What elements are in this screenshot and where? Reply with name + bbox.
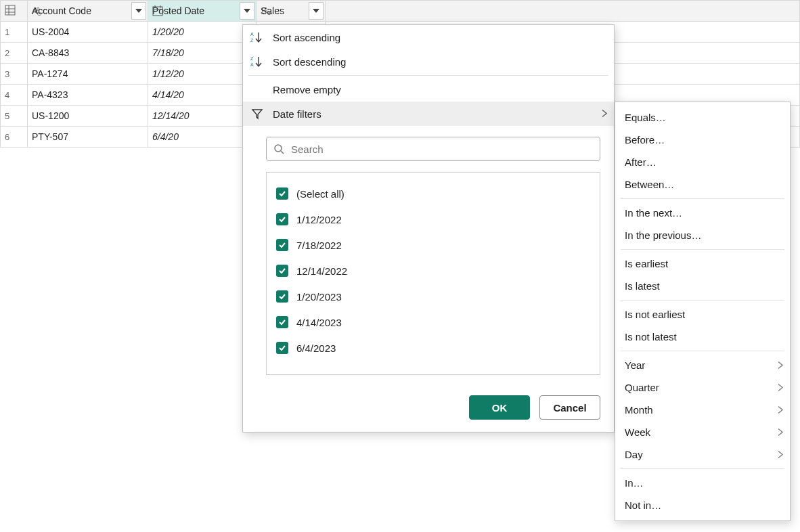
svg-rect-7 bbox=[153, 7, 162, 16]
chevron-down-icon bbox=[244, 9, 250, 13]
filter-check-item[interactable]: 7/18/2022 bbox=[276, 232, 590, 258]
row-number[interactable]: 3 bbox=[1, 64, 28, 85]
chevron-right-icon bbox=[778, 359, 783, 371]
cell-account[interactable]: US-2004 bbox=[28, 22, 148, 43]
row-number[interactable]: 5 bbox=[1, 106, 28, 127]
filter-value-label: 1/20/2023 bbox=[296, 291, 342, 303]
search-icon bbox=[273, 143, 284, 154]
date-filters-item[interactable]: Date filters bbox=[243, 102, 614, 126]
date-type-icon bbox=[152, 5, 164, 16]
filter-value-label: 12/14/2022 bbox=[296, 265, 347, 277]
menu-separator bbox=[621, 198, 784, 199]
filter-check-item[interactable]: 12/14/2022 bbox=[276, 258, 590, 284]
menu-label: Sort ascending bbox=[273, 32, 340, 43]
date-filter-in[interactable]: In… bbox=[615, 472, 790, 494]
column-header-account[interactable]: ABC Account Code bbox=[28, 1, 148, 22]
row-number[interactable]: 1 bbox=[1, 22, 28, 43]
checkbox-checked-icon bbox=[276, 213, 288, 225]
cell-account[interactable]: CA-8843 bbox=[28, 43, 148, 64]
date-filter-month[interactable]: Month bbox=[615, 399, 790, 421]
cancel-button[interactable]: Cancel bbox=[539, 395, 600, 420]
date-filter-is-latest[interactable]: Is latest bbox=[615, 275, 790, 297]
column-header-sales[interactable]: 123 Sales bbox=[257, 1, 326, 22]
date-filter-year[interactable]: Year bbox=[615, 354, 790, 376]
svg-text:Z: Z bbox=[250, 38, 254, 43]
filter-check-item[interactable]: 1/20/2023 bbox=[276, 284, 590, 309]
date-filter-is-not-earliest[interactable]: Is not earliest bbox=[615, 303, 790, 326]
date-filter-before[interactable]: Before… bbox=[615, 129, 790, 151]
date-filter-not-in[interactable]: Not in… bbox=[615, 494, 790, 516]
date-filter-week[interactable]: Week bbox=[615, 421, 790, 443]
cell-account[interactable]: PTY-507 bbox=[28, 127, 148, 148]
menu-label: Remove empty bbox=[273, 84, 341, 95]
chevron-right-icon bbox=[778, 449, 783, 460]
filter-value-label: 6/4/2023 bbox=[296, 342, 336, 354]
cell-date[interactable]: 6/4/20 bbox=[148, 127, 257, 148]
filter-value-label: 4/14/2023 bbox=[296, 317, 342, 328]
cell-date[interactable]: 1/12/20 bbox=[148, 64, 257, 85]
date-filter-is-not-latest[interactable]: Is not latest bbox=[615, 326, 790, 348]
row-number[interactable]: 4 bbox=[1, 85, 28, 106]
sort-desc-icon: ZA bbox=[250, 55, 265, 68]
svg-text:A: A bbox=[250, 32, 254, 37]
row-number[interactable]: 6 bbox=[1, 127, 28, 148]
chevron-right-icon bbox=[602, 108, 607, 120]
chevron-right-icon bbox=[778, 382, 783, 393]
date-filter-day[interactable]: Day bbox=[615, 443, 790, 466]
svg-text:3: 3 bbox=[267, 9, 271, 16]
checkbox-checked-icon bbox=[276, 316, 288, 328]
checkbox-checked-icon bbox=[276, 187, 288, 200]
chevron-down-icon bbox=[135, 9, 142, 13]
filter-check-item[interactable]: 1/12/2022 bbox=[276, 206, 590, 232]
table-icon bbox=[5, 5, 16, 16]
column-filter-button[interactable] bbox=[240, 2, 254, 20]
cell-account[interactable]: US-1200 bbox=[28, 106, 148, 127]
date-filter-after[interactable]: After… bbox=[615, 151, 790, 173]
filter-check-select-all[interactable]: (Select all) bbox=[276, 181, 590, 206]
column-filter-panel: AZ Sort ascending ZA Sort descending Rem… bbox=[242, 24, 615, 433]
menu-label: Sort descending bbox=[273, 56, 346, 68]
filter-value-label: 1/12/2022 bbox=[296, 214, 342, 225]
cell-date[interactable]: 1/20/20 bbox=[148, 22, 257, 43]
number-type-icon: 123 bbox=[261, 5, 273, 16]
checkbox-checked-icon bbox=[276, 239, 288, 251]
filter-check-item[interactable]: 4/14/2023 bbox=[276, 309, 590, 335]
filter-search-box[interactable] bbox=[266, 137, 600, 161]
sort-descending-item[interactable]: ZA Sort descending bbox=[243, 49, 614, 74]
select-all-corner[interactable] bbox=[1, 1, 28, 22]
column-header-empty bbox=[326, 1, 800, 22]
svg-point-20 bbox=[275, 145, 282, 152]
svg-text:A: A bbox=[250, 62, 254, 67]
filter-value-label: (Select all) bbox=[296, 188, 345, 200]
date-filters-submenu: Equals… Before… After… Between… In the n… bbox=[615, 102, 791, 521]
cell-date[interactable]: 12/14/20 bbox=[148, 106, 257, 127]
column-filter-button[interactable] bbox=[131, 2, 146, 20]
sort-ascending-item[interactable]: AZ Sort ascending bbox=[243, 25, 614, 49]
cell-date[interactable]: 7/18/20 bbox=[148, 43, 257, 64]
svg-rect-0 bbox=[5, 5, 15, 15]
date-filter-in-previous[interactable]: In the previous… bbox=[615, 224, 790, 246]
svg-line-21 bbox=[281, 151, 284, 154]
date-filter-quarter[interactable]: Quarter bbox=[615, 376, 790, 399]
date-filter-is-earliest[interactable]: Is earliest bbox=[615, 252, 790, 275]
menu-separator bbox=[621, 300, 784, 301]
checkbox-checked-icon bbox=[276, 265, 288, 277]
ok-button[interactable]: OK bbox=[469, 395, 530, 420]
cell-account[interactable]: PA-1274 bbox=[28, 64, 148, 85]
menu-separator bbox=[621, 468, 784, 469]
cell-account[interactable]: PA-4323 bbox=[28, 85, 148, 106]
column-filter-button[interactable] bbox=[309, 2, 324, 20]
date-filter-in-next[interactable]: In the next… bbox=[615, 202, 790, 224]
date-filter-between[interactable]: Between… bbox=[615, 173, 790, 196]
sort-asc-icon: AZ bbox=[250, 30, 265, 44]
column-header-posted[interactable]: Posted Date bbox=[148, 1, 257, 22]
row-number[interactable]: 2 bbox=[1, 43, 28, 64]
menu-label: Date filters bbox=[273, 108, 321, 120]
search-input[interactable] bbox=[290, 143, 593, 156]
date-filter-equals[interactable]: Equals… bbox=[615, 106, 790, 129]
remove-empty-item[interactable]: Remove empty bbox=[243, 77, 614, 102]
filter-check-item[interactable]: 6/4/2023 bbox=[276, 335, 590, 361]
filter-values-list: (Select all) 1/12/2022 7/18/2022 12/14/2… bbox=[266, 172, 600, 375]
svg-text:C: C bbox=[37, 11, 41, 16]
cell-date[interactable]: 4/14/20 bbox=[148, 85, 257, 106]
